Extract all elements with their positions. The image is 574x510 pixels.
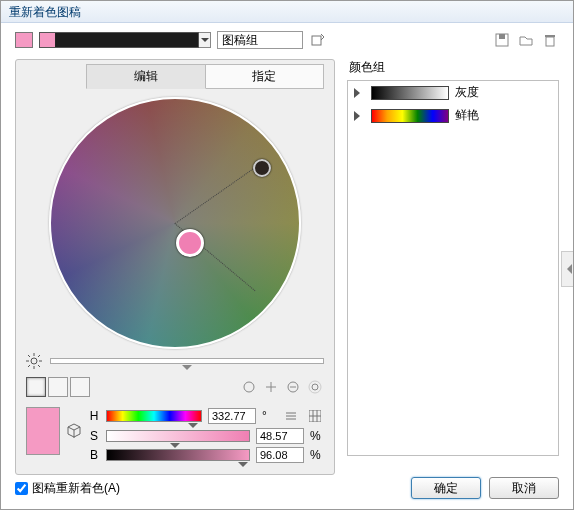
current-color-swatch[interactable] [26,407,60,455]
b-label: B [88,448,100,462]
s-label: S [88,429,100,443]
saturation-slider[interactable] [106,430,250,442]
brightness-field-slider[interactable] [106,449,250,461]
svg-line-13 [28,365,30,367]
titlebar: 重新着色图稿 [1,1,573,23]
wheel-mode-bars-icon[interactable] [70,377,90,397]
group-label: 灰度 [455,84,479,101]
add-color-icon[interactable] [262,378,280,396]
svg-line-11 [38,365,40,367]
expand-icon[interactable] [354,111,365,121]
active-color-swatch[interactable] [15,32,33,48]
color-group-item[interactable]: 鲜艳 [348,104,558,127]
wheel-handle-primary[interactable] [176,229,204,257]
b-unit: % [310,448,324,462]
recolor-checkbox-input[interactable] [15,482,28,495]
panel-collapse-icon[interactable] [561,251,573,287]
ok-button[interactable]: 确定 [411,477,481,499]
wheel-mode-segmented-icon[interactable] [48,377,68,397]
top-toolbar [15,31,559,49]
group-swatch-gray [371,86,449,100]
swatch-grid-icon[interactable] [306,407,324,425]
window-title: 重新着色图稿 [9,5,81,19]
hue-slider[interactable] [106,410,202,422]
svg-line-12 [38,355,40,357]
wheel-handle-secondary[interactable] [253,159,271,177]
link-harmony-icon[interactable] [240,378,258,396]
expand-icon[interactable] [354,88,365,98]
svg-point-14 [244,382,254,392]
svg-rect-0 [312,36,321,45]
folder-icon[interactable] [517,31,535,49]
svg-point-20 [309,381,321,393]
svg-rect-2 [499,34,505,39]
editor-panel: 编辑 指定 [15,59,335,475]
hue-field[interactable] [208,408,256,424]
brightness-icon [26,353,42,369]
recolor-artwork-checkbox[interactable]: 图稿重新着色(A) [15,480,120,497]
tab-edit[interactable]: 编辑 [86,64,206,89]
group-swatch-bright [371,109,449,123]
group-label: 鲜艳 [455,107,479,124]
new-group-icon[interactable] [309,31,327,49]
color-model-icon[interactable] [66,423,82,439]
trash-icon[interactable] [541,31,559,49]
h-label: H [88,409,100,423]
s-unit: % [310,429,324,443]
artgroup-field[interactable] [217,31,303,49]
hue-unit: ° [262,409,276,423]
color-groups-list: 灰度 鲜艳 [347,80,559,456]
cancel-button[interactable]: 取消 [489,477,559,499]
brightness-slider[interactable] [50,358,324,364]
svg-rect-4 [545,35,555,37]
brightness-field[interactable] [256,447,304,463]
color-group-item[interactable]: 灰度 [348,81,558,104]
saturation-field[interactable] [256,428,304,444]
color-groups-header: 颜色组 [349,59,559,76]
svg-point-19 [312,384,318,390]
recolor-label: 图稿重新着色(A) [32,480,120,497]
slider-menu-icon[interactable] [282,407,300,425]
preset-dropdown-icon[interactable] [199,32,211,48]
options-icon[interactable] [306,378,324,396]
tab-assign[interactable]: 指定 [206,64,325,89]
wheel-mode-smooth-icon[interactable] [26,377,46,397]
svg-point-5 [31,358,37,364]
save-icon[interactable] [493,31,511,49]
remove-color-icon[interactable] [284,378,302,396]
svg-rect-3 [546,37,554,46]
color-wheel[interactable] [49,97,301,349]
color-preset-bar[interactable] [39,32,199,48]
svg-line-10 [28,355,30,357]
